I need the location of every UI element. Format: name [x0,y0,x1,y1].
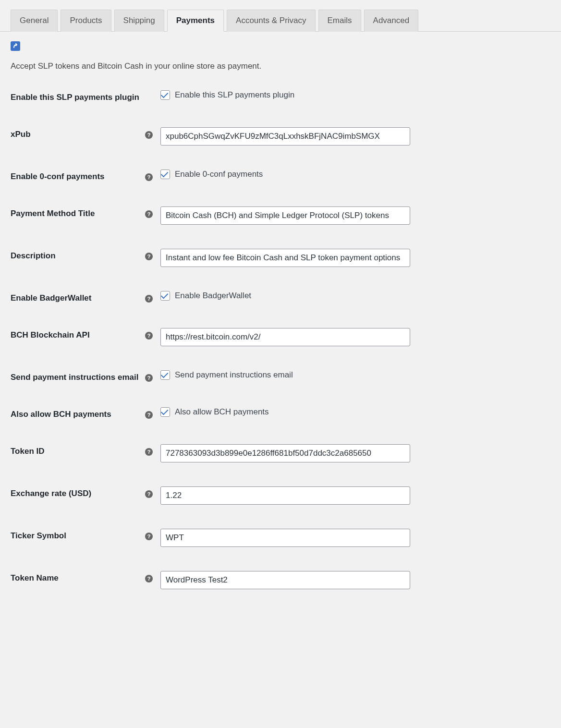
payment-method-title-label: Payment Method Title [11,206,145,219]
token-id-input[interactable] [160,444,410,462]
allow-bch-label: Also allow BCH payments [11,407,145,420]
help-icon[interactable]: ? [145,131,153,139]
plugin-description: Accept SLP tokens and Bitcoin Cash in yo… [11,61,550,71]
enable-plugin-checkbox-label: Enable this SLP payments plugin [175,90,294,100]
tab-shipping[interactable]: Shipping [114,10,164,32]
ticker-label: Ticker Symbol [11,529,145,542]
enable-plugin-checkbox[interactable] [160,90,170,100]
enable-badger-label: Enable BadgerWallet [11,291,145,304]
help-icon[interactable]: ? [145,448,153,456]
help-icon[interactable]: ? [145,575,153,582]
tab-products[interactable]: Products [61,10,111,32]
enable-0conf-checkbox[interactable] [160,170,170,179]
send-email-checkbox-label: Send payment instructions email [175,370,293,380]
ticker-input[interactable] [160,529,410,547]
exchange-rate-input[interactable] [160,486,410,505]
tab-emails[interactable]: Emails [318,10,361,32]
enable-badger-checkbox-label: Enable BadgerWallet [175,291,251,301]
enable-badger-checkbox[interactable] [160,291,170,301]
send-email-label: Send payment instructions email [11,370,145,383]
plugin-icon-row [11,41,550,53]
settings-tabs: General Products Shipping Payments Accou… [0,10,561,32]
bch-api-input[interactable] [160,328,410,346]
token-name-input[interactable] [160,571,410,589]
help-icon[interactable]: ? [145,295,153,303]
xpub-input[interactable] [160,127,410,146]
enable-0conf-label: Enable 0-conf payments [11,170,145,182]
settings-content: Accept SLP tokens and Bitcoin Cash in yo… [0,32,561,623]
token-name-label: Token Name [11,571,145,584]
token-id-label: Token ID [11,444,145,457]
exchange-rate-label: Exchange rate (USD) [11,486,145,499]
bch-api-label: BCH Blockchain API [11,328,145,341]
allow-bch-checkbox[interactable] [160,407,170,417]
help-icon[interactable]: ? [145,332,153,340]
plugin-icon [11,41,20,51]
help-icon[interactable]: ? [145,411,153,419]
enable-0conf-checkbox-label: Enable 0-conf payments [175,170,263,179]
help-icon[interactable]: ? [145,253,153,260]
help-icon[interactable]: ? [145,533,153,540]
payment-method-title-input[interactable] [160,206,410,225]
description-input[interactable] [160,249,410,267]
help-icon[interactable]: ? [145,173,153,181]
help-icon[interactable]: ? [145,210,153,218]
help-icon[interactable]: ? [145,490,153,498]
tab-advanced[interactable]: Advanced [364,10,419,32]
help-icon[interactable]: ? [145,374,153,382]
tab-payments[interactable]: Payments [167,10,224,32]
send-email-checkbox[interactable] [160,370,170,380]
xpub-label: xPub [11,127,145,140]
enable-plugin-label: Enable this SLP payments plugin [11,90,145,103]
tab-accounts-privacy[interactable]: Accounts & Privacy [227,10,315,32]
tab-general[interactable]: General [11,10,58,32]
allow-bch-checkbox-label: Also allow BCH payments [175,407,269,417]
description-label: Description [11,249,145,262]
